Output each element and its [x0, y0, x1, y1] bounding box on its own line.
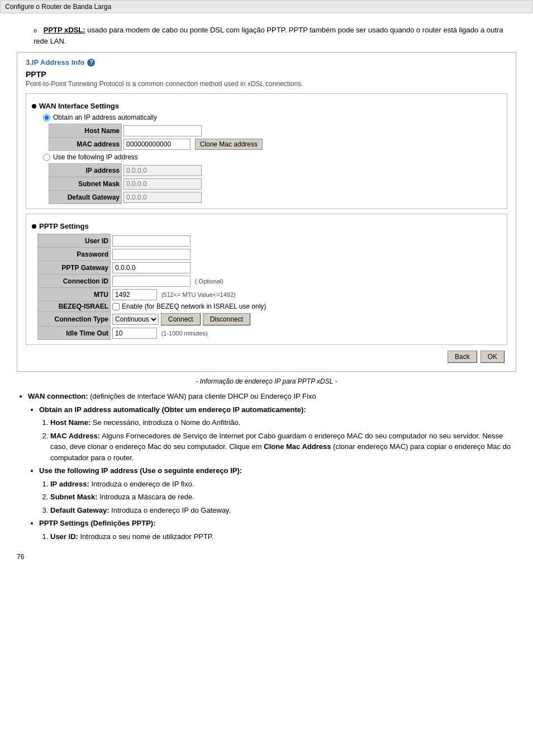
- default-gateway-label: Default Gateway: [49, 191, 122, 204]
- bezeq-row: BEZEQ-ISRAEL Enable (for BEZEQ network i…: [38, 301, 268, 312]
- host-name-row: Host Name: [49, 124, 265, 138]
- connection-type-select[interactable]: Continuous: [112, 314, 159, 325]
- connect-row: Continuous Connect Disconnect: [112, 313, 266, 325]
- pptp-gateway-row: PPTP Gateway: [38, 261, 268, 275]
- pptp-gateway-input-cell: [111, 261, 268, 275]
- proto-title: PPTP: [26, 70, 507, 79]
- obtain-auto-num-list: Host Name: Se necessário, introduza o No…: [50, 417, 516, 463]
- mtu-input-cell: (512<= MTU Value<=1492): [111, 288, 268, 301]
- host-name-label: Host Name: [49, 124, 122, 138]
- user-id-text: Introduza o seu nome de utilizador PPTP.: [78, 532, 214, 541]
- default-gateway-bold: Default Gateway:: [50, 506, 109, 514]
- caption: - Informação de endereço IP para PPTP xD…: [17, 377, 516, 385]
- bezeq-checkbox-row: Enable (for BEZEQ network in ISRAEL use …: [112, 303, 266, 310]
- pptp-xdsl-intro: o PPTP xDSL: usado para modem de cabo ou…: [34, 25, 516, 46]
- ip-address-row: IP address: [49, 164, 204, 177]
- main-bullet-list: WAN connection: (definições de interface…: [28, 391, 516, 542]
- mtu-hint: (512<= MTU Value<=1492): [161, 291, 236, 298]
- default-gateway-item: Default Gateway: Introduza o endereço IP…: [50, 505, 516, 516]
- idle-timeout-input[interactable]: [112, 328, 157, 339]
- default-gateway-input[interactable]: [123, 192, 202, 203]
- subnet-mask-input[interactable]: [123, 178, 202, 190]
- ip-address-label: IP address: [49, 164, 122, 177]
- ip-address-bold: IP address:: [50, 480, 89, 488]
- user-id-input-cell: [111, 234, 268, 248]
- pptp-settings-box: PPTP Settings User ID Password PPTP Gate: [26, 214, 507, 345]
- user-id-item: User ID: Introduza o seu nome de utiliza…: [50, 531, 516, 542]
- section-title-text: 3.IP Address Info: [26, 58, 84, 67]
- connection-type-label: Connection Type: [38, 312, 111, 327]
- ok-button[interactable]: OK: [480, 351, 505, 363]
- use-following-bold: Use the following IP address (Use o segu…: [39, 466, 242, 475]
- ip-address-input-cell: [122, 164, 204, 177]
- password-input-cell: [111, 248, 268, 261]
- ip-address-text: Introduza o endereço de IP fixo.: [89, 480, 194, 488]
- default-gateway-input-cell: [122, 191, 204, 204]
- host-name-input[interactable]: [123, 125, 202, 136]
- connect-button[interactable]: Connect: [161, 313, 201, 325]
- host-name-text: Se necessário, introduza o Nome do Anfit…: [91, 418, 240, 427]
- obtain-auto-row: Obtain an IP address automatically: [43, 114, 501, 121]
- bezeq-checkbox[interactable]: [112, 303, 120, 310]
- default-gateway-text: Introduza o endereço IP do Gateway.: [109, 506, 231, 514]
- ip-address-input[interactable]: [123, 165, 202, 176]
- mac-address-row: MAC address Clone Mac address: [49, 138, 265, 151]
- back-button[interactable]: Back: [448, 351, 477, 363]
- use-following-row: Use the following IP address: [43, 153, 501, 161]
- subnet-mask-bold: Subnet Mask:: [50, 493, 98, 501]
- pptp-settings-item: PPTP Settings (Definições PPTP): User ID…: [39, 518, 516, 542]
- button-row: Back OK: [26, 351, 507, 363]
- connection-id-label: Connection ID: [38, 275, 111, 288]
- ip-address-item: IP address: Introduza o endereço de IP f…: [50, 479, 516, 490]
- pptp-bullet-dot: [32, 224, 36, 229]
- connection-id-input-cell: ( Optional): [111, 275, 268, 288]
- use-following-radio[interactable]: [43, 154, 50, 161]
- connection-id-row: Connection ID ( Optional): [38, 275, 268, 288]
- pptp-settings-header: PPTP Settings: [32, 222, 501, 230]
- host-name-table: Host Name MAC address Clone Mac address: [49, 124, 265, 151]
- user-id-input[interactable]: [112, 235, 191, 247]
- user-id-label: User ID: [38, 234, 111, 248]
- idle-timeout-row: Idle Time Out (1-1000 minutes): [38, 327, 268, 340]
- wan-connection-text: (definições de interface WAN) para clien…: [88, 392, 316, 400]
- pptp-settings-num-list: User ID: Introduza o seu nome de utiliza…: [50, 531, 516, 542]
- wan-connection-item: WAN connection: (definições de interface…: [28, 391, 516, 542]
- pptp-xdsl-bold: PPTP xDSL:: [44, 26, 85, 34]
- connection-type-input-cell: Continuous Connect Disconnect: [111, 312, 268, 327]
- connection-type-row: Connection Type Continuous Connect Disco…: [38, 312, 268, 327]
- obtain-auto-radio[interactable]: [43, 114, 50, 121]
- use-following-item: Use the following IP address (Use o segu…: [39, 465, 516, 516]
- wan-settings-header: WAN Interface Settings: [32, 102, 501, 110]
- help-icon[interactable]: ?: [87, 59, 95, 67]
- mac-address-input[interactable]: [123, 139, 191, 150]
- clone-mac-button[interactable]: Clone Mac address: [195, 139, 263, 150]
- host-name-input-cell: [122, 124, 265, 138]
- bezeq-label: BEZEQ-ISRAEL: [38, 301, 111, 312]
- host-name-item: Host Name: Se necessário, introduza o No…: [50, 417, 516, 428]
- section-title: 3.IP Address Info ?: [26, 58, 507, 67]
- wan-settings-label: WAN Interface Settings: [39, 102, 119, 110]
- mtu-input[interactable]: [112, 289, 157, 300]
- optional-text: ( Optional): [195, 278, 223, 285]
- pptp-fields-table: User ID Password PPTP Gateway: [37, 234, 268, 340]
- subnet-mask-input-cell: [122, 177, 204, 191]
- obtain-auto-bold: Obtain an IP address automatically (Obte…: [39, 405, 306, 414]
- idle-timeout-input-cell: (1-1000 minutes): [111, 327, 268, 340]
- subnet-mask-item: Subnet Mask: Introduza a Máscara de rede…: [50, 492, 516, 503]
- mtu-label: MTU: [38, 288, 111, 301]
- user-id-row: User ID: [38, 234, 268, 248]
- connection-id-input[interactable]: [112, 276, 191, 287]
- pptp-settings-bold: PPTP Settings (Definições PPTP):: [39, 519, 156, 527]
- default-gateway-row: Default Gateway: [49, 191, 204, 204]
- obtain-auto-item: Obtain an IP address automatically (Obte…: [39, 404, 516, 464]
- pptp-xdsl-text: usado para modem de cabo ou ponte DSL co…: [34, 26, 503, 45]
- top-bar-label: Configure o Router de Banda Larga: [5, 3, 111, 11]
- disconnect-button[interactable]: Disconnect: [203, 313, 250, 325]
- wan-interface-box: WAN Interface Settings Obtain an IP addr…: [26, 93, 507, 209]
- bullet-dot: [32, 104, 36, 108]
- clone-mac-bold: Clone Mac Address: [264, 442, 331, 451]
- pptp-gateway-input[interactable]: [112, 262, 191, 273]
- pptp-settings-label: PPTP Settings: [39, 222, 89, 230]
- password-input[interactable]: [112, 249, 191, 260]
- idle-timeout-hint: (1-1000 minutes): [161, 330, 208, 337]
